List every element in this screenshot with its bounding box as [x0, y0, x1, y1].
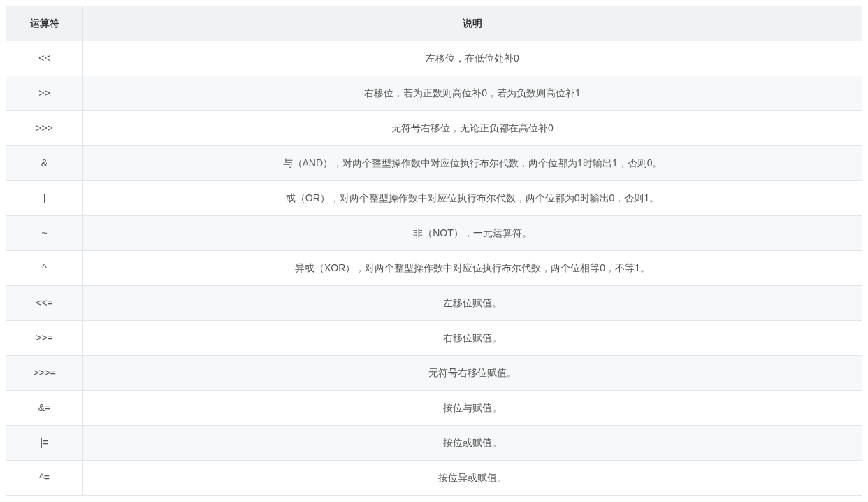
- cell-operator: >>>=: [6, 356, 83, 391]
- table-row: << 左移位，在低位处补0: [6, 41, 862, 76]
- table-row: &= 按位与赋值。: [6, 391, 862, 426]
- cell-operator: >>: [6, 76, 83, 111]
- table-row: >> 右移位，若为正数则高位补0，若为负数则高位补1: [6, 76, 862, 111]
- cell-operator: ^=: [6, 461, 83, 496]
- table-row: & 与（AND），对两个整型操作数中对应位执行布尔代数，两个位都为1时输出1，否…: [6, 146, 862, 181]
- cell-operator: |: [6, 181, 83, 216]
- cell-description: 无符号右移位赋值。: [83, 356, 862, 391]
- cell-description: 按位与赋值。: [83, 391, 862, 426]
- cell-description: 无符号右移位，无论正负都在高位补0: [83, 111, 862, 146]
- cell-description: 异或（XOR），对两个整型操作数中对应位执行布尔代数，两个位相等0，不等1。: [83, 251, 862, 286]
- table-row: ~ 非（NOT），一元运算符。: [6, 216, 862, 251]
- cell-description: 非（NOT），一元运算符。: [83, 216, 862, 251]
- cell-description: 按位或赋值。: [83, 426, 862, 461]
- cell-operator: |=: [6, 426, 83, 461]
- cell-operator: >>>: [6, 111, 83, 146]
- table-row: ^= 按位异或赋值。: [6, 461, 862, 496]
- cell-operator: ~: [6, 216, 83, 251]
- table-row: >>> 无符号右移位，无论正负都在高位补0: [6, 111, 862, 146]
- table-row: >>= 右移位赋值。: [6, 321, 862, 356]
- cell-description: 右移位，若为正数则高位补0，若为负数则高位补1: [83, 76, 862, 111]
- cell-operator: &: [6, 146, 83, 181]
- table-row: >>>= 无符号右移位赋值。: [6, 356, 862, 391]
- cell-operator: <<=: [6, 286, 83, 321]
- header-description: 说明: [83, 6, 862, 41]
- table-row: ^ 异或（XOR），对两个整型操作数中对应位执行布尔代数，两个位相等0，不等1。: [6, 251, 862, 286]
- table-row: |= 按位或赋值。: [6, 426, 862, 461]
- cell-description: 左移位，在低位处补0: [83, 41, 862, 76]
- cell-operator: &=: [6, 391, 83, 426]
- table-header-row: 运算符 说明: [6, 6, 862, 41]
- cell-description: 按位异或赋值。: [83, 461, 862, 496]
- cell-operator: ^: [6, 251, 83, 286]
- table-row: | 或（OR），对两个整型操作数中对应位执行布尔代数，两个位都为0时输出0，否则…: [6, 181, 862, 216]
- header-operator: 运算符: [6, 6, 83, 41]
- cell-description: 或（OR），对两个整型操作数中对应位执行布尔代数，两个位都为0时输出0，否则1。: [83, 181, 862, 216]
- table-row: <<= 左移位赋值。: [6, 286, 862, 321]
- cell-operator: <<: [6, 41, 83, 76]
- cell-description: 右移位赋值。: [83, 321, 862, 356]
- cell-description: 左移位赋值。: [83, 286, 862, 321]
- cell-description: 与（AND），对两个整型操作数中对应位执行布尔代数，两个位都为1时输出1，否则0…: [83, 146, 862, 181]
- cell-operator: >>=: [6, 321, 83, 356]
- operators-table: 运算符 说明 << 左移位，在低位处补0 >> 右移位，若为正数则高位补0，若为…: [6, 6, 862, 496]
